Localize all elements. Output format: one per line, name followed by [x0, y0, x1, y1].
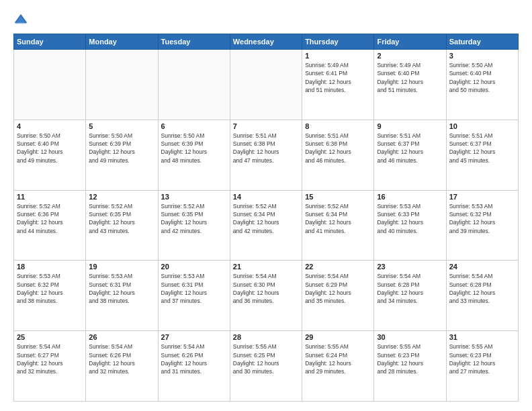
calendar-cell: 27Sunrise: 5:54 AM Sunset: 6:26 PM Dayli…	[158, 331, 230, 402]
day-info: Sunrise: 5:54 AM Sunset: 6:28 PM Dayligh…	[449, 272, 515, 305]
calendar-cell: 7Sunrise: 5:51 AM Sunset: 6:38 PM Daylig…	[230, 120, 302, 190]
day-info: Sunrise: 5:51 AM Sunset: 6:37 PM Dayligh…	[377, 132, 443, 165]
day-number: 30	[377, 333, 443, 341]
day-info: Sunrise: 5:52 AM Sunset: 6:35 PM Dayligh…	[161, 202, 227, 235]
day-info: Sunrise: 5:54 AM Sunset: 6:30 PM Dayligh…	[233, 272, 299, 305]
day-info: Sunrise: 5:51 AM Sunset: 6:38 PM Dayligh…	[233, 132, 299, 165]
day-number: 19	[89, 263, 154, 271]
day-number: 17	[449, 193, 515, 201]
day-number: 11	[17, 193, 83, 201]
day-number: 26	[89, 333, 154, 341]
day-number: 1	[305, 52, 371, 60]
header-monday: Monday	[86, 34, 158, 50]
header-saturday: Saturday	[446, 34, 518, 50]
calendar-cell: 2Sunrise: 5:49 AM Sunset: 6:40 PM Daylig…	[374, 50, 446, 120]
header	[13, 12, 519, 27]
calendar-cell: 17Sunrise: 5:53 AM Sunset: 6:32 PM Dayli…	[446, 190, 518, 261]
day-info: Sunrise: 5:55 AM Sunset: 6:23 PM Dayligh…	[449, 342, 515, 375]
calendar-cell: 16Sunrise: 5:53 AM Sunset: 6:33 PM Dayli…	[374, 190, 446, 261]
page: SundayMondayTuesdayWednesdayThursdayFrid…	[0, 0, 532, 411]
calendar-cell: 26Sunrise: 5:54 AM Sunset: 6:26 PM Dayli…	[86, 331, 158, 402]
day-info: Sunrise: 5:55 AM Sunset: 6:23 PM Dayligh…	[377, 342, 443, 375]
calendar-header: SundayMondayTuesdayWednesdayThursdayFrid…	[14, 34, 519, 50]
calendar-cell: 23Sunrise: 5:54 AM Sunset: 6:28 PM Dayli…	[374, 261, 446, 331]
calendar-cell: 3Sunrise: 5:50 AM Sunset: 6:40 PM Daylig…	[446, 50, 518, 120]
day-number: 13	[161, 193, 227, 201]
day-info: Sunrise: 5:55 AM Sunset: 6:24 PM Dayligh…	[305, 342, 371, 375]
week-row-3: 18Sunrise: 5:53 AM Sunset: 6:32 PM Dayli…	[14, 261, 519, 331]
day-info: Sunrise: 5:50 AM Sunset: 6:40 PM Dayligh…	[449, 61, 515, 94]
day-number: 23	[377, 263, 443, 271]
day-number: 14	[233, 193, 299, 201]
header-friday: Friday	[374, 34, 446, 50]
calendar-cell: 4Sunrise: 5:50 AM Sunset: 6:40 PM Daylig…	[14, 120, 86, 190]
day-info: Sunrise: 5:51 AM Sunset: 6:37 PM Dayligh…	[449, 132, 515, 165]
day-number: 22	[305, 263, 371, 271]
day-number: 3	[449, 52, 515, 60]
calendar-cell: 14Sunrise: 5:52 AM Sunset: 6:34 PM Dayli…	[230, 190, 302, 261]
day-info: Sunrise: 5:49 AM Sunset: 6:41 PM Dayligh…	[305, 61, 371, 94]
calendar-cell: 20Sunrise: 5:53 AM Sunset: 6:31 PM Dayli…	[158, 261, 230, 331]
logo-icon	[13, 12, 28, 27]
week-row-4: 25Sunrise: 5:54 AM Sunset: 6:27 PM Dayli…	[14, 331, 519, 402]
day-number: 4	[17, 122, 83, 130]
calendar-table: SundayMondayTuesdayWednesdayThursdayFrid…	[13, 34, 519, 402]
calendar-cell: 25Sunrise: 5:54 AM Sunset: 6:27 PM Dayli…	[14, 331, 86, 402]
day-info: Sunrise: 5:52 AM Sunset: 6:36 PM Dayligh…	[17, 202, 83, 235]
day-number: 6	[161, 122, 227, 130]
day-info: Sunrise: 5:50 AM Sunset: 6:39 PM Dayligh…	[161, 132, 227, 165]
calendar-cell	[86, 50, 158, 120]
calendar-cell: 12Sunrise: 5:52 AM Sunset: 6:35 PM Dayli…	[86, 190, 158, 261]
day-number: 21	[233, 263, 299, 271]
calendar-cell: 13Sunrise: 5:52 AM Sunset: 6:35 PM Dayli…	[158, 190, 230, 261]
calendar-cell: 24Sunrise: 5:54 AM Sunset: 6:28 PM Dayli…	[446, 261, 518, 331]
day-info: Sunrise: 5:53 AM Sunset: 6:32 PM Dayligh…	[449, 202, 515, 235]
header-tuesday: Tuesday	[158, 34, 230, 50]
day-info: Sunrise: 5:54 AM Sunset: 6:29 PM Dayligh…	[305, 272, 371, 305]
calendar-cell: 8Sunrise: 5:51 AM Sunset: 6:38 PM Daylig…	[302, 120, 374, 190]
day-info: Sunrise: 5:52 AM Sunset: 6:34 PM Dayligh…	[233, 202, 299, 235]
day-info: Sunrise: 5:53 AM Sunset: 6:31 PM Dayligh…	[161, 272, 227, 305]
day-number: 28	[233, 333, 299, 341]
header-wednesday: Wednesday	[230, 34, 302, 50]
calendar-cell: 31Sunrise: 5:55 AM Sunset: 6:23 PM Dayli…	[446, 331, 518, 402]
calendar-cell: 28Sunrise: 5:55 AM Sunset: 6:25 PM Dayli…	[230, 331, 302, 402]
day-info: Sunrise: 5:54 AM Sunset: 6:28 PM Dayligh…	[377, 272, 443, 305]
day-number: 2	[377, 52, 443, 60]
day-number: 8	[305, 122, 371, 130]
day-number: 27	[161, 333, 227, 341]
calendar-cell: 18Sunrise: 5:53 AM Sunset: 6:32 PM Dayli…	[14, 261, 86, 331]
week-row-2: 11Sunrise: 5:52 AM Sunset: 6:36 PM Dayli…	[14, 190, 519, 261]
day-number: 31	[449, 333, 515, 341]
calendar-cell: 9Sunrise: 5:51 AM Sunset: 6:37 PM Daylig…	[374, 120, 446, 190]
day-number: 12	[89, 193, 154, 201]
day-info: Sunrise: 5:53 AM Sunset: 6:32 PM Dayligh…	[17, 272, 83, 305]
header-thursday: Thursday	[302, 34, 374, 50]
day-info: Sunrise: 5:50 AM Sunset: 6:39 PM Dayligh…	[89, 132, 154, 165]
day-number: 20	[161, 263, 227, 271]
day-info: Sunrise: 5:55 AM Sunset: 6:25 PM Dayligh…	[233, 342, 299, 375]
day-number: 29	[305, 333, 371, 341]
day-number: 15	[305, 193, 371, 201]
calendar-cell: 10Sunrise: 5:51 AM Sunset: 6:37 PM Dayli…	[446, 120, 518, 190]
day-info: Sunrise: 5:52 AM Sunset: 6:34 PM Dayligh…	[305, 202, 371, 235]
header-row: SundayMondayTuesdayWednesdayThursdayFrid…	[14, 34, 519, 50]
calendar-cell: 21Sunrise: 5:54 AM Sunset: 6:30 PM Dayli…	[230, 261, 302, 331]
day-info: Sunrise: 5:50 AM Sunset: 6:40 PM Dayligh…	[17, 132, 83, 165]
day-info: Sunrise: 5:54 AM Sunset: 6:27 PM Dayligh…	[17, 342, 83, 375]
calendar-cell: 11Sunrise: 5:52 AM Sunset: 6:36 PM Dayli…	[14, 190, 86, 261]
calendar-cell: 5Sunrise: 5:50 AM Sunset: 6:39 PM Daylig…	[86, 120, 158, 190]
day-info: Sunrise: 5:53 AM Sunset: 6:31 PM Dayligh…	[89, 272, 154, 305]
day-number: 9	[377, 122, 443, 130]
calendar-cell: 29Sunrise: 5:55 AM Sunset: 6:24 PM Dayli…	[302, 331, 374, 402]
day-number: 7	[233, 122, 299, 130]
week-row-1: 4Sunrise: 5:50 AM Sunset: 6:40 PM Daylig…	[14, 120, 519, 190]
calendar-cell: 1Sunrise: 5:49 AM Sunset: 6:41 PM Daylig…	[302, 50, 374, 120]
day-info: Sunrise: 5:52 AM Sunset: 6:35 PM Dayligh…	[89, 202, 154, 235]
day-info: Sunrise: 5:53 AM Sunset: 6:33 PM Dayligh…	[377, 202, 443, 235]
day-info: Sunrise: 5:54 AM Sunset: 6:26 PM Dayligh…	[161, 342, 227, 375]
week-row-0: 1Sunrise: 5:49 AM Sunset: 6:41 PM Daylig…	[14, 50, 519, 120]
header-sunday: Sunday	[14, 34, 86, 50]
day-number: 24	[449, 263, 515, 271]
day-number: 18	[17, 263, 83, 271]
